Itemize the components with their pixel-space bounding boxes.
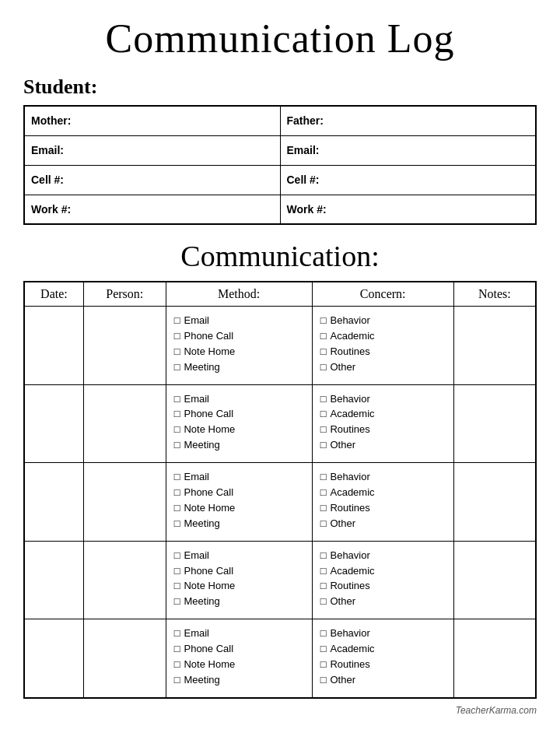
comm-notes-cell[interactable] <box>453 619 536 698</box>
comm-header: Person: <box>83 282 166 307</box>
method-option[interactable]: Phone Call <box>174 486 304 500</box>
concern-option[interactable]: Routines <box>320 423 446 437</box>
student-field-left: Mother: <box>24 106 280 135</box>
comm-log-row: EmailPhone CallNote HomeMeetingBehaviorA… <box>24 463 536 542</box>
concern-option[interactable]: Other <box>320 674 446 687</box>
method-option[interactable]: Email <box>174 393 304 406</box>
method-option[interactable]: Phone Call <box>174 643 304 656</box>
comm-person-cell[interactable] <box>83 384 166 463</box>
method-option[interactable]: Meeting <box>174 517 304 531</box>
comm-header: Concern: <box>312 282 453 307</box>
footer-brand: TeacherKarma.com <box>23 705 537 716</box>
student-info-row: Work #: Work #: <box>24 195 536 224</box>
concern-option[interactable]: Academic <box>320 330 446 343</box>
method-option[interactable]: Email <box>174 627 304 640</box>
comm-date-cell[interactable] <box>24 541 83 619</box>
student-info-row: Mother: Father: <box>24 106 536 135</box>
comm-concern-cell: BehaviorAcademicRoutinesOther <box>312 384 453 463</box>
concern-option[interactable]: Academic <box>320 486 446 500</box>
comm-concern-cell: BehaviorAcademicRoutinesOther <box>312 619 453 698</box>
communication-label: Communication: <box>23 239 537 273</box>
student-field-right: Father: <box>280 106 536 135</box>
comm-date-cell[interactable] <box>24 463 83 542</box>
method-option[interactable]: Note Home <box>174 345 304 359</box>
comm-method-cell: EmailPhone CallNote HomeMeeting <box>166 463 312 542</box>
method-option[interactable]: Note Home <box>174 658 304 672</box>
concern-option[interactable]: Behavior <box>320 549 446 563</box>
method-option[interactable]: Meeting <box>174 439 304 452</box>
method-option[interactable]: Phone Call <box>174 408 304 421</box>
student-field-left: Email: <box>24 135 280 165</box>
method-option[interactable]: Note Home <box>174 423 304 437</box>
method-option[interactable]: Email <box>174 549 304 563</box>
method-option[interactable]: Meeting <box>174 361 304 374</box>
comm-method-cell: EmailPhone CallNote HomeMeeting <box>166 541 312 619</box>
comm-method-cell: EmailPhone CallNote HomeMeeting <box>166 307 312 385</box>
concern-option[interactable]: Behavior <box>320 314 446 328</box>
method-option[interactable]: Note Home <box>174 502 304 515</box>
concern-option[interactable]: Other <box>320 517 446 531</box>
concern-option[interactable]: Routines <box>320 580 446 593</box>
comm-notes-cell[interactable] <box>453 384 536 463</box>
comm-concern-cell: BehaviorAcademicRoutinesOther <box>312 463 453 542</box>
concern-option[interactable]: Other <box>320 361 446 374</box>
concern-option[interactable]: Routines <box>320 502 446 515</box>
concern-option[interactable]: Behavior <box>320 627 446 640</box>
comm-notes-cell[interactable] <box>453 463 536 542</box>
student-section: Student: Mother: Father: Email: Email: C… <box>23 75 537 225</box>
student-info-row: Email: Email: <box>24 135 536 165</box>
method-option[interactable]: Email <box>174 314 304 328</box>
comm-concern-cell: BehaviorAcademicRoutinesOther <box>312 307 453 385</box>
communication-table: Date:Person:Method:Concern:Notes: EmailP… <box>23 281 537 699</box>
concern-option[interactable]: Other <box>320 595 446 608</box>
comm-log-row: EmailPhone CallNote HomeMeetingBehaviorA… <box>24 307 536 385</box>
comm-header: Notes: <box>453 282 536 307</box>
student-field-right: Email: <box>280 135 536 165</box>
concern-option[interactable]: Routines <box>320 658 446 672</box>
comm-log-row: EmailPhone CallNote HomeMeetingBehaviorA… <box>24 541 536 619</box>
comm-date-cell[interactable] <box>24 619 83 698</box>
comm-header: Method: <box>166 282 312 307</box>
method-option[interactable]: Phone Call <box>174 330 304 343</box>
comm-method-cell: EmailPhone CallNote HomeMeeting <box>166 384 312 463</box>
comm-header: Date: <box>24 282 83 307</box>
comm-person-cell[interactable] <box>83 541 166 619</box>
concern-option[interactable]: Academic <box>320 408 446 421</box>
student-field-right: Work #: <box>280 195 536 224</box>
comm-log-row: EmailPhone CallNote HomeMeetingBehaviorA… <box>24 384 536 463</box>
student-field-left: Work #: <box>24 195 280 224</box>
comm-person-cell[interactable] <box>83 307 166 385</box>
method-option[interactable]: Meeting <box>174 595 304 608</box>
comm-log-row: EmailPhone CallNote HomeMeetingBehaviorA… <box>24 619 536 698</box>
concern-option[interactable]: Behavior <box>320 393 446 406</box>
concern-option[interactable]: Behavior <box>320 471 446 484</box>
comm-person-cell[interactable] <box>83 619 166 698</box>
comm-date-cell[interactable] <box>24 384 83 463</box>
method-option[interactable]: Note Home <box>174 580 304 593</box>
student-label: Student: <box>23 75 537 99</box>
method-option[interactable]: Email <box>174 471 304 484</box>
method-option[interactable]: Meeting <box>174 674 304 687</box>
method-option[interactable]: Phone Call <box>174 565 304 578</box>
student-field-right: Cell #: <box>280 165 536 195</box>
concern-option[interactable]: Other <box>320 439 446 452</box>
comm-person-cell[interactable] <box>83 463 166 542</box>
comm-date-cell[interactable] <box>24 307 83 385</box>
page-title: Communication Log <box>23 16 537 61</box>
student-info-row: Cell #: Cell #: <box>24 165 536 195</box>
comm-notes-cell[interactable] <box>453 541 536 619</box>
concern-option[interactable]: Academic <box>320 565 446 578</box>
student-info-table: Mother: Father: Email: Email: Cell #: Ce… <box>23 105 537 225</box>
comm-concern-cell: BehaviorAcademicRoutinesOther <box>312 541 453 619</box>
student-field-left: Cell #: <box>24 165 280 195</box>
comm-notes-cell[interactable] <box>453 307 536 385</box>
concern-option[interactable]: Academic <box>320 643 446 656</box>
concern-option[interactable]: Routines <box>320 345 446 359</box>
comm-method-cell: EmailPhone CallNote HomeMeeting <box>166 619 312 698</box>
